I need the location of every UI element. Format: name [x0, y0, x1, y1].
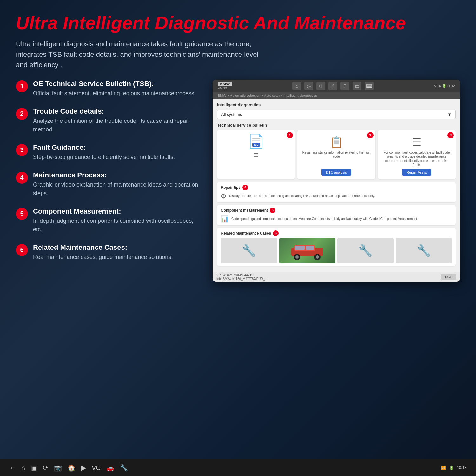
taskbar-house-icon[interactable]: 🏠	[68, 464, 76, 472]
mechanic-icon-1: 🔧	[242, 244, 256, 257]
card-badge-2: 2	[367, 132, 374, 138]
battery-icon: 🔋	[449, 466, 454, 470]
taskbar-car-icon[interactable]: 🚗	[106, 464, 114, 472]
back-icon[interactable]: ←	[10, 464, 16, 472]
scan-icon[interactable]: ◎	[304, 82, 313, 90]
keyboard-icon[interactable]: ⌨	[365, 82, 374, 90]
feature-item-6: 6 Related Maintenance Cases: Real mainte…	[16, 243, 200, 261]
tsb-doc-icon2: ≡	[253, 150, 258, 160]
feature-text-3: Fault Guidance: Step-by-step guidance to…	[33, 143, 175, 162]
feature-desc-6: Real maintenance cases, guide maintenanc…	[33, 253, 173, 261]
settings-icon[interactable]: ⚙	[316, 82, 325, 90]
tsb-doc-stack: 📄 TSB	[248, 133, 264, 149]
feature-number-4: 4	[16, 172, 28, 184]
repair-tips-block: Repair tips 4 ⚙ Displays the detailed st…	[217, 182, 456, 202]
case-thumb-1[interactable]: 🔧	[221, 238, 277, 263]
repair-assist-label: For common fault codes,calculate all fau…	[381, 150, 453, 167]
car-svg	[288, 241, 326, 260]
feature-item-1: 1 OE Technical Service Bulletin (TSB): O…	[16, 80, 200, 98]
device-topbar-left: BMW V5.00	[218, 82, 232, 90]
feature-item-4: 4 Maintenance Process: Graphic or video …	[16, 171, 200, 198]
taskbar-vc-icon[interactable]: VC	[92, 464, 101, 472]
home-icon[interactable]: ⌂	[292, 82, 301, 90]
device-version: V5.00	[218, 86, 232, 90]
taskbar-video-icon[interactable]: ▶	[81, 464, 86, 472]
case-thumb-car[interactable]	[279, 238, 336, 263]
all-systems-dropdown[interactable]: All systems ▼	[217, 110, 456, 119]
save-icon[interactable]: ▤	[353, 82, 361, 90]
device-vcb: VCb 🔋 0.0V	[434, 84, 455, 88]
case-thumb-2[interactable]: 🔧	[337, 238, 394, 263]
feature-heading-4: Maintenance Process:	[33, 171, 200, 179]
dtc-label: Repair assistance information related to…	[301, 150, 372, 159]
feature-number-5: 5	[16, 208, 28, 220]
tsb-overlay-label: TSB	[252, 143, 260, 147]
device-topbar: BMW V5.00 ⌂ ◎ ⚙ ⎙ ? ▤ ⌨ VCb 🔋	[213, 80, 460, 92]
bottom-taskbar: ← ⌂ ▣ ⟳ 📷 🏠 ▶ VC 🚗 🔧 📶 🔋 10:13	[0, 459, 476, 476]
component-measurement-badge: 5	[270, 208, 275, 213]
gear-settings-icon: ⚙	[221, 192, 227, 200]
feature-item-2: 2 Trouble Code details: Analyze the defi…	[16, 107, 200, 134]
cards-row: 1 📄 TSB ≡ 2 📋 Repair assistance informat	[217, 130, 456, 179]
panel-body: Intelligent diagnostics All systems ▼ Te…	[213, 99, 460, 272]
feature-text-5: Component Measurement: In-depth judgment…	[33, 207, 200, 234]
feature-desc-3: Step-by-step guidance to efficiently sol…	[33, 153, 175, 162]
tsb-document-icon: 📄	[248, 133, 264, 149]
help-icon[interactable]: ?	[340, 82, 349, 90]
vin-info: VIN:WBA*****X6PU44715 Info:BMW/1/118d_M4…	[216, 274, 268, 281]
feature-heading-3: Fault Guidance:	[33, 143, 175, 152]
taskbar-home-icon[interactable]: ⌂	[22, 464, 25, 472]
mechanic-icon-2: 🔧	[358, 244, 373, 257]
two-column-layout: 1 OE Technical Service Bulletin (TSB): O…	[16, 80, 460, 282]
svg-rect-7	[306, 246, 314, 250]
feature-text-6: Related Maintenance Cases: Real maintena…	[33, 243, 173, 261]
feature-desc-1: Official fault statement, eliminating te…	[33, 89, 196, 98]
taskbar-camera-icon[interactable]: 📷	[54, 464, 62, 472]
esc-button[interactable]: ESC	[441, 274, 456, 280]
case-thumb-3[interactable]: 🔧	[396, 238, 452, 263]
related-cases-badge: 6	[273, 230, 279, 236]
tsb-card-3[interactable]: 3 ☰ For common fault codes,calculate all…	[378, 130, 456, 179]
tsb-card-2[interactable]: 2 📋 Repair assistance information relate…	[297, 130, 375, 179]
dtc-analysis-button[interactable]: DTC analysis	[321, 169, 351, 176]
print-icon[interactable]: ⎙	[328, 82, 337, 90]
taskbar-right: 📶 🔋 10:13	[441, 466, 466, 470]
dropdown-label: All systems	[221, 112, 242, 117]
card-badge-1: 1	[287, 132, 293, 138]
feature-text-2: Trouble Code details: Analyze the defini…	[33, 107, 200, 134]
device-brand: BMW	[218, 82, 232, 86]
feature-number-2: 2	[16, 108, 28, 120]
breadcrumb: BMW > Automatic selection > Auto scan > …	[218, 94, 317, 97]
feature-heading-5: Component Measurement:	[33, 207, 200, 215]
repair-tips-content: Displays the detailed steps of detecting…	[229, 194, 375, 198]
intelligent-diagnostics-title: Intelligent diagnostics	[217, 102, 456, 107]
vcb-label: VCb	[434, 84, 441, 88]
component-measurement-title: Component measurement	[221, 208, 268, 213]
device-panel-wrapper: BMW V5.00 ⌂ ◎ ⚙ ⎙ ? ▤ ⌨ VCb 🔋	[213, 80, 460, 282]
feature-desc-5: In-depth judgment of components combined…	[33, 217, 200, 234]
vin-number: VIN:WBA*****X6PU44715	[216, 274, 268, 277]
taskbar-time: 10:13	[457, 466, 466, 470]
taskbar-tools-icon[interactable]: 🔧	[120, 464, 128, 472]
breadcrumb-bar: BMW > Automatic selection > Auto scan > …	[213, 92, 460, 99]
tsb-card-1[interactable]: 1 📄 TSB ≡	[217, 130, 295, 179]
feature-heading-1: OE Technical Service Bulletin (TSB):	[33, 80, 196, 88]
svg-point-5	[316, 255, 319, 259]
taskbar-square-icon[interactable]: ▣	[31, 464, 37, 472]
related-cases-block: Related Maintenance Cases 6 🔧	[217, 228, 456, 266]
tsb-section-title: Technical service bulletin	[217, 123, 456, 128]
dtc-icon: 📋	[330, 136, 343, 149]
taskbar-refresh-icon[interactable]: ⟳	[43, 464, 48, 472]
feature-number-3: 3	[16, 144, 28, 156]
main-content: Ultra Intelligent Diagnostic And Mainten…	[0, 0, 476, 288]
feature-number-1: 1	[16, 80, 28, 92]
repair-tips-title: Repair tips	[221, 185, 241, 190]
related-cases-header: Related Maintenance Cases 6	[221, 230, 452, 236]
features-list: 1 OE Technical Service Bulletin (TSB): O…	[16, 80, 200, 261]
mechanic-icon-3: 🔧	[417, 244, 431, 257]
feature-desc-4: Graphic or video explanation of maintena…	[33, 181, 200, 198]
repair-assist-button[interactable]: Repair Assist	[402, 169, 431, 176]
feature-heading-2: Trouble Code details:	[33, 107, 200, 116]
device-icons: ⌂ ◎ ⚙ ⎙ ? ▤ ⌨	[292, 82, 374, 90]
cases-row: 🔧	[221, 238, 452, 263]
